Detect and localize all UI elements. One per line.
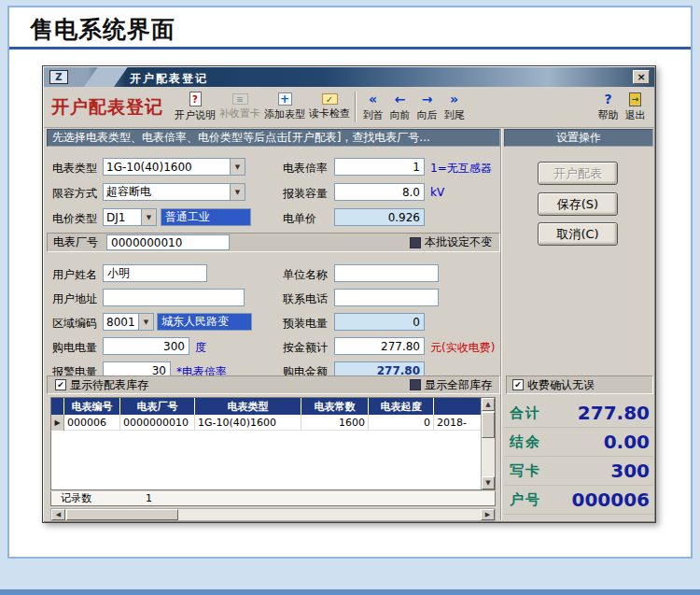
col-meter-type[interactable]: 电表类型 [195,398,301,415]
assign-meter-button[interactable]: 开户配表 [538,162,618,185]
first-record-icon: « [369,92,377,106]
balance-value: 0.00 [604,431,650,453]
page: 售电系统界面 Z 开户配表登记 × 开户配表登记 ? 开户说明 ≡ 补收置卡 +… [0,0,700,595]
go-next-button[interactable]: → 向后 [413,88,441,126]
page-title: 售电系统界面 [30,14,175,45]
meter-no-input[interactable]: 0000000010 [106,234,230,250]
app-logo-icon: Z [49,70,68,84]
buy-qty-input[interactable]: 300 [103,337,189,355]
checkbox-checked-icon: ✔ [512,379,524,390]
region-code-select[interactable]: 8001 ▼ [103,313,154,331]
record-count-value: 1 [146,492,152,504]
scroll-down-icon[interactable]: ▼ [482,476,495,489]
price-type-label: 电价类型 [52,211,97,227]
record-count-label: 记录数 [61,491,91,505]
buy-qty-unit: 度 [195,340,206,356]
chevron-down-icon[interactable]: ▼ [141,209,156,225]
capacity-unit: kV [430,186,444,199]
table-vertical-scrollbar[interactable]: ▲ ▼ [481,398,495,489]
col-meter-start[interactable]: 电表起度 [369,398,434,415]
user-addr-input[interactable] [103,289,245,306]
cell-meter-const: 1600 [301,415,369,431]
header-divider [9,47,691,50]
checkbox-filled-icon [410,237,421,248]
phone-label: 联系电话 [283,291,328,307]
add-meter-type-button[interactable]: + 添加表型 [262,88,307,126]
checkbox-filled-icon [410,379,421,390]
region-desc[interactable]: 城东人民路变 [157,313,252,331]
table-row[interactable]: ▶ 000006 0000000010 1G-10(40)1600 1600 0… [51,415,496,431]
org-name-input[interactable] [334,264,439,282]
toolbar-button-label: 到尾 [444,108,465,122]
scroll-track[interactable] [178,509,481,520]
unit-price-label: 电单价 [283,211,316,227]
go-last-button[interactable]: » 到尾 [441,88,468,126]
fee-confirm-checkbox[interactable]: ✔ 收费确认无误 [512,377,595,393]
chevron-down-icon[interactable]: ▼ [230,159,245,175]
hint-message-bar: 先选择电表类型、电表倍率、电价类型等后点击[开户配表]，查找电表厂号... [47,129,500,147]
meter-ratio-input[interactable]: 1 [334,158,425,176]
chevron-down-icon[interactable]: ▼ [138,314,153,330]
show-pending-checkbox[interactable]: ✔ 显示待配表库存 [55,377,148,393]
account-no-label: 户号 [510,491,541,509]
scroll-left-icon[interactable]: ◀ [51,509,65,520]
price-type-desc[interactable]: 普通工业 [161,208,251,226]
cell-meter-no: 0000000010 [120,415,195,431]
save-button[interactable]: 保存(S) [538,192,618,216]
open-account-help-button[interactable]: ? 开户说明 [173,88,217,126]
read-card-icon: ✓ [322,93,338,105]
scroll-track[interactable] [482,438,495,476]
toolbar: 开户配表登记 ? 开户说明 ≡ 补收置卡 + 添加表型 ✓ 读卡检查 « 到首 [44,87,654,128]
page-bottom-border [0,589,700,595]
limit-mode-select[interactable]: 超容断电 ▼ [103,183,245,201]
toolbar-button-label: 帮助 [598,108,619,122]
meter-type-select[interactable]: 1G-10(40)1600 ▼ [103,158,245,176]
by-amount-input[interactable]: 277.80 [334,337,425,355]
table-header-row: 电表编号 电表厂号 电表类型 电表常数 电表起度 [51,398,496,415]
meter-ratio-hint: 1=无互感器 [430,161,492,177]
chevron-down-icon[interactable]: ▼ [230,184,245,200]
exit-button[interactable]: → 退出 [622,88,649,126]
scroll-thumb[interactable] [66,509,178,520]
table-header-gutter [51,398,64,415]
show-pending-label: 显示待配表库存 [70,377,148,393]
col-meter-const[interactable]: 电表常数 [301,398,369,415]
stock-filter-band: ✔ 显示待配表库存 显示全部库存 [47,375,500,394]
preset-qty-field: 0 [334,313,425,331]
scroll-thumb[interactable] [482,412,495,438]
user-addr-label: 用户地址 [52,291,97,307]
toolbar-button-label: 添加表型 [264,107,305,121]
capacity-input[interactable]: 8.0 [334,183,425,201]
hint-message: 先选择电表类型、电表倍率、电价类型等后点击[开户配表]，查找电表厂号... [52,130,430,146]
by-amount-hint: 元(实收电费) [430,340,495,356]
reissue-card-button[interactable]: ≡ 补收置卡 [217,88,262,126]
scroll-up-icon[interactable]: ▲ [482,398,495,411]
toolbar-spacer [468,88,595,126]
phone-input[interactable] [334,289,439,306]
price-type-select[interactable]: DJ1 ▼ [103,208,157,226]
previous-record-icon: ← [395,92,406,106]
go-first-button[interactable]: « 到首 [359,88,386,126]
scroll-right-icon[interactable]: ▶ [481,509,495,520]
fee-confirm-label: 收费确认无误 [527,377,595,393]
toolbar-button-label: 退出 [625,108,646,122]
col-meter-no[interactable]: 电表厂号 [120,398,195,415]
next-record-icon: → [422,92,433,106]
user-name-input[interactable]: 小明 [103,264,207,282]
read-card-check-button[interactable]: ✓ 读卡检查 [307,88,352,126]
show-all-checkbox[interactable]: 显示全部库存 [410,377,492,393]
record-count-bar: 记录数 1 [50,491,496,506]
help-button[interactable]: ? 帮助 [595,88,622,126]
table-horizontal-scrollbar[interactable]: ◀ ▶ [50,508,496,521]
write-card-row: 写卡 300 [504,457,653,486]
go-previous-button[interactable]: ← 向前 [386,88,413,126]
org-name-label: 单位名称 [283,267,328,283]
col-meter-id[interactable]: 电表编号 [64,398,120,415]
cancel-button[interactable]: 取消(C) [538,222,618,246]
close-icon[interactable]: × [633,70,650,84]
dialog-titlebar[interactable]: Z 开户配表登记 × [44,67,654,87]
batch-fixed-checkbox[interactable]: 本批设定不变 [410,234,492,250]
row-pointer-icon: ▶ [51,415,64,431]
balance-row: 结余 0.00 [504,428,653,457]
last-record-icon: » [450,92,458,106]
